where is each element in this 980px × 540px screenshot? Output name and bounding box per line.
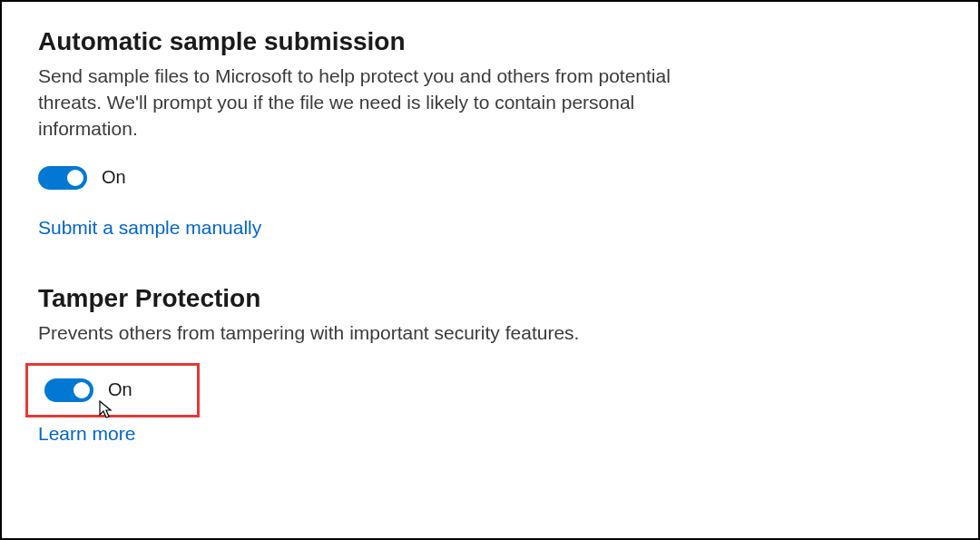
section-description: Prevents others from tampering with impo… [38,320,691,347]
submit-sample-link[interactable]: Submit a sample manually [38,217,261,239]
automatic-sample-submission-section: Automatic sample submission Send sample … [38,27,942,239]
toggle-knob [67,170,83,186]
learn-more-link[interactable]: Learn more [38,423,135,445]
auto-sample-toggle[interactable] [38,166,87,190]
tamper-protection-section: Tamper Protection Prevents others from t… [38,284,942,445]
toggle-row: On [38,166,942,190]
cursor-icon [99,400,113,420]
toggle-state-label: On [102,167,126,188]
section-title: Automatic sample submission [38,27,942,56]
highlight-annotation: On [25,363,200,417]
section-title: Tamper Protection [38,284,942,313]
tamper-protection-toggle[interactable] [44,378,93,402]
toggle-state-label: On [108,379,132,400]
section-description: Send sample files to Microsoft to help p… [38,64,691,142]
toggle-knob [74,382,90,398]
